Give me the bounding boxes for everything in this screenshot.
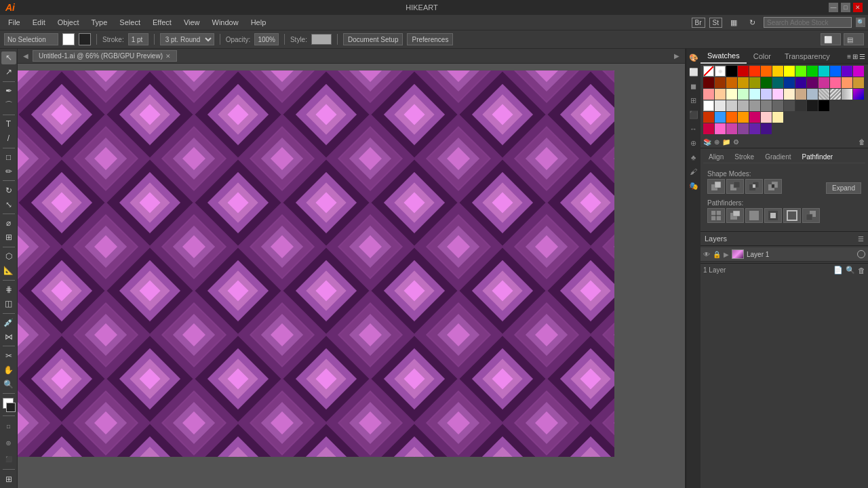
stock-search[interactable] (764, 17, 852, 28)
crop-button[interactable] (764, 208, 782, 223)
tab-close-icon[interactable]: ✕ (165, 53, 171, 60)
add-swatch-button[interactable]: ⊕ (714, 138, 719, 146)
eyedropper-tool[interactable]: 💉 (1, 316, 16, 329)
rotate-tool[interactable]: ↻ (1, 184, 16, 197)
swatch-peach[interactable] (842, 77, 852, 88)
swatch-ltblue[interactable] (761, 89, 772, 100)
swatch-teal[interactable] (772, 77, 783, 88)
swatch-darkred[interactable] (703, 77, 714, 88)
transform-icon[interactable]: ↔ (688, 123, 700, 135)
swatch-gray80[interactable] (795, 100, 806, 111)
pen-tool[interactable]: ✒ (1, 85, 16, 98)
menu-window[interactable]: Window (207, 17, 244, 28)
scissors-tool[interactable]: ✂ (1, 349, 16, 362)
swatch-p2[interactable] (715, 123, 726, 134)
grid-view-icon[interactable]: ⊞ (852, 53, 858, 60)
type-tool[interactable]: T (1, 118, 16, 131)
draw-inside[interactable]: ⬛ (1, 451, 16, 466)
warp-tool[interactable]: ⌀ (1, 217, 16, 230)
swatch-ltorange[interactable] (715, 89, 726, 100)
swatch-purple1[interactable] (842, 66, 852, 77)
align-button[interactable]: ⬜ (821, 33, 841, 45)
brush-select[interactable]: 3 pt. Round (160, 33, 214, 45)
tab-pathfinder[interactable]: Pathfinder (797, 151, 839, 163)
swatch-p1[interactable] (703, 123, 714, 134)
swatch-dkgreen[interactable] (761, 77, 772, 88)
window-controls[interactable]: — □ ✕ (829, 3, 863, 12)
zoom-tool[interactable]: 🔍 (1, 378, 16, 390)
swatch-green2[interactable] (807, 66, 818, 77)
swatches-menu-icon[interactable]: ☰ (859, 53, 865, 60)
swatch-ltgreen[interactable] (738, 89, 749, 100)
swatch-gray60[interactable] (772, 100, 783, 111)
layer-expand-icon[interactable]: ▶ (724, 251, 729, 258)
menu-select[interactable]: Select (114, 17, 146, 28)
tab-gradient[interactable]: Gradient (760, 151, 796, 163)
list-view-icon[interactable]: ≡ (847, 53, 851, 60)
stock-button[interactable]: St (709, 18, 722, 28)
swatch-pink[interactable] (818, 77, 829, 88)
swatch-gray10[interactable] (715, 100, 726, 111)
swatch-orange[interactable] (761, 66, 772, 77)
menu-object[interactable]: Object (52, 17, 85, 28)
tab-align[interactable]: Align (703, 151, 729, 163)
swatch-bglg1[interactable] (807, 89, 818, 100)
minus-front-button[interactable] (726, 179, 744, 194)
swatch-blk2[interactable] (818, 100, 829, 111)
swatch-none[interactable] (703, 66, 714, 77)
swatch-group-button[interactable]: 📁 (722, 138, 730, 146)
menu-file[interactable]: File (3, 17, 26, 28)
swatch-white[interactable] (703, 100, 714, 111)
preferences-button[interactable]: Preferences (407, 33, 453, 45)
tab-swatches[interactable]: Swatches (701, 49, 747, 64)
swatch-yellow1[interactable] (772, 66, 783, 77)
swatch-ltcyan[interactable] (749, 89, 760, 100)
pathfinder-icon[interactable]: ⊕ (688, 137, 700, 149)
swatch-p4[interactable] (738, 123, 749, 134)
stroke-width[interactable]: 1 pt (128, 33, 149, 45)
swatch-gray70[interactable] (784, 100, 795, 111)
swatch-tan[interactable] (738, 77, 749, 88)
search-layers-button[interactable]: 🔍 (846, 266, 855, 274)
delete-layer-button[interactable]: 🗑 (858, 266, 865, 274)
menu-type[interactable]: Type (86, 17, 113, 28)
swatch-black[interactable] (726, 66, 737, 77)
layer-lock-icon[interactable]: 🔒 (713, 251, 721, 258)
swatch-gray40[interactable] (749, 100, 760, 111)
artboard-tool[interactable]: ⊞ (1, 472, 16, 485)
stroke-swatch[interactable] (6, 403, 16, 412)
swatch-dkpurple[interactable] (807, 77, 818, 88)
swatch-pattern2[interactable] (830, 89, 841, 100)
swatch-settings-button[interactable]: ⚙ (733, 138, 739, 146)
swatch-ex7[interactable] (772, 112, 783, 123)
swatch-p6[interactable] (761, 123, 772, 134)
swatch-library-button[interactable]: 📚 (703, 138, 711, 146)
swatch-ltred[interactable] (703, 89, 714, 100)
selection-tool[interactable]: ↖ (1, 52, 16, 64)
swatch-ex1[interactable] (703, 112, 714, 123)
swatch-indigo[interactable] (795, 77, 806, 88)
swatch-ltpurple[interactable] (772, 89, 783, 100)
layer-1-name[interactable]: Layer 1 (747, 251, 854, 258)
panel-toggle-right[interactable]: ▶ (671, 52, 682, 60)
swatch-olive[interactable] (749, 77, 760, 88)
close-button[interactable]: ✕ (853, 3, 863, 12)
swatch-ex6[interactable] (761, 112, 772, 123)
swatch-navy[interactable] (784, 77, 795, 88)
swatch-red3[interactable] (715, 77, 726, 88)
swatch-gray20[interactable] (726, 100, 737, 111)
rectangle-tool[interactable]: □ (1, 150, 16, 163)
intersect-button[interactable] (745, 179, 763, 194)
swatch-p3[interactable] (726, 123, 737, 134)
minus-back-button[interactable] (802, 208, 820, 223)
swatch-ex5[interactable] (749, 112, 760, 123)
color-icon[interactable]: 🎨 (688, 52, 700, 64)
direct-selection-tool[interactable]: ↗ (1, 66, 16, 79)
swatch-gray50[interactable] (761, 100, 772, 111)
appearance-icon[interactable]: ⊞ (688, 94, 700, 106)
align-icon[interactable]: ⬛ (688, 108, 700, 121)
swatch-ex3[interactable] (726, 112, 737, 123)
menu-effect[interactable]: Effect (147, 17, 177, 28)
swatch-red1[interactable] (738, 66, 749, 77)
tab-transparency[interactable]: Transparency (778, 49, 837, 63)
